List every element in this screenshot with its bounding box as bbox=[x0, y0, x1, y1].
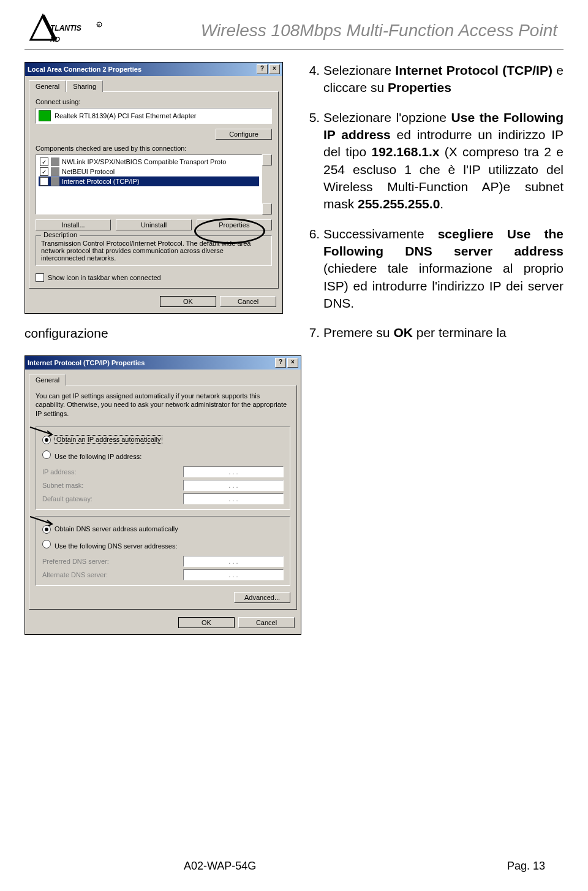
radio-obtain-ip[interactable]: Obtain an IP address automatically bbox=[42, 436, 284, 444]
list-item[interactable]: ✓NWLink IPX/SPX/NetBIOS Compatible Trans… bbox=[39, 157, 259, 167]
radio-use-dns[interactable]: Use the following DNS server addresses: bbox=[42, 540, 284, 550]
dialog-title: Internet Protocol (TCP/IP) Properties bbox=[28, 359, 145, 366]
description-legend: Description bbox=[41, 231, 80, 238]
page-footer: A02-WAP-54G Pag. 13 bbox=[0, 860, 588, 873]
tab-general[interactable]: General bbox=[29, 80, 66, 92]
brand-logo: TLANTIS R ND bbox=[24, 12, 104, 49]
svg-text:R: R bbox=[97, 23, 100, 27]
tcpip-properties-dialog: Internet Protocol (TCP/IP) Properties ? … bbox=[24, 355, 301, 635]
help-icon[interactable]: ? bbox=[275, 358, 286, 368]
configure-button[interactable]: Configure bbox=[216, 129, 272, 140]
radio-use-ip[interactable]: Use the following IP address: bbox=[42, 450, 284, 460]
document-title: Wireless 108Mbps Multi-Function Access P… bbox=[110, 21, 564, 40]
cancel-button[interactable]: Cancel bbox=[220, 296, 276, 307]
scrollbar[interactable] bbox=[262, 154, 272, 214]
protocol-icon bbox=[51, 157, 59, 166]
dialog-titlebar[interactable]: Local Area Connection 2 Properties ? × bbox=[25, 63, 282, 76]
show-icon-checkbox[interactable]: Show icon in taskbar when connected bbox=[36, 273, 272, 282]
svg-text:TLANTIS: TLANTIS bbox=[50, 24, 81, 32]
checkbox-icon[interactable] bbox=[36, 273, 44, 282]
components-label: Components checked are used by this conn… bbox=[36, 145, 272, 152]
scroll-up-icon[interactable] bbox=[262, 154, 272, 165]
install-button[interactable]: Install... bbox=[36, 219, 111, 230]
description-group: Description Transmission Control Protoco… bbox=[36, 235, 272, 266]
instruction-list: Selezionare Internet Protocol (TCP/IP) e… bbox=[306, 62, 564, 647]
components-listbox[interactable]: ✓NWLink IPX/SPX/NetBIOS Compatible Trans… bbox=[36, 154, 262, 214]
advanced-button[interactable]: Advanced... bbox=[234, 592, 290, 603]
footer-code: A02-WAP-54G bbox=[184, 860, 256, 873]
ip-address-field[interactable]: . . . bbox=[183, 466, 284, 477]
scroll-down-icon[interactable] bbox=[262, 203, 272, 214]
gateway-field[interactable]: . . . bbox=[183, 493, 284, 504]
instruction-item: Selezionare l'opzione Use the Following … bbox=[323, 109, 564, 213]
dialog-title: Local Area Connection 2 Properties bbox=[28, 66, 141, 73]
config-continuation: configurazione bbox=[24, 326, 288, 341]
ok-button[interactable]: OK bbox=[178, 617, 235, 628]
adapter-name: Realtek RTL8139(A) PCI Fast Ethernet Ada… bbox=[55, 112, 197, 119]
subnet-label: Subnet mask: bbox=[42, 482, 83, 489]
close-icon[interactable]: × bbox=[269, 64, 280, 74]
dialog-description: You can get IP settings assigned automat… bbox=[36, 392, 290, 418]
ip-address-label: IP address: bbox=[42, 468, 76, 476]
ok-button[interactable]: OK bbox=[160, 296, 216, 307]
preferred-dns-field[interactable]: . . . bbox=[183, 556, 284, 567]
protocol-icon bbox=[51, 177, 59, 186]
description-text: Transmission Control Protocol/Internet P… bbox=[41, 240, 266, 262]
close-icon[interactable]: × bbox=[287, 358, 298, 368]
connect-using-label: Connect using: bbox=[36, 98, 272, 105]
alternate-dns-label: Alternate DNS server: bbox=[42, 571, 108, 578]
gateway-label: Default gateway: bbox=[42, 495, 92, 502]
dialog-titlebar[interactable]: Internet Protocol (TCP/IP) Properties ? … bbox=[25, 356, 301, 370]
properties-button[interactable]: Properties bbox=[197, 219, 272, 230]
tab-general[interactable]: General bbox=[29, 374, 66, 385]
help-icon[interactable]: ? bbox=[257, 64, 268, 74]
instruction-item: Premere su OK per terminare la bbox=[323, 324, 564, 341]
list-item[interactable]: ✓NetBEUI Protocol bbox=[39, 167, 259, 176]
instruction-item: Successivamente scegliere Use the Follow… bbox=[323, 226, 564, 313]
header-divider bbox=[24, 49, 564, 50]
preferred-dns-label: Preferred DNS server: bbox=[42, 558, 109, 565]
svg-text:ND: ND bbox=[50, 36, 60, 43]
footer-page: Pag. 13 bbox=[507, 860, 545, 873]
checkbox-icon[interactable]: ✓ bbox=[40, 167, 48, 176]
connection-properties-dialog: Local Area Connection 2 Properties ? × G… bbox=[24, 62, 283, 314]
checkbox-icon[interactable]: ✓ bbox=[40, 157, 48, 166]
uninstall-button[interactable]: Uninstall bbox=[116, 219, 191, 230]
cancel-button[interactable]: Cancel bbox=[238, 617, 295, 628]
subnet-field[interactable]: . . . bbox=[183, 480, 284, 491]
adapter-field: Realtek RTL8139(A) PCI Fast Ethernet Ada… bbox=[36, 108, 272, 124]
protocol-icon bbox=[51, 167, 59, 176]
alternate-dns-field[interactable]: . . . bbox=[183, 569, 284, 580]
instruction-item: Selezionare Internet Protocol (TCP/IP) e… bbox=[323, 62, 564, 97]
page-header: TLANTIS R ND Wireless 108Mbps Multi-Func… bbox=[24, 12, 564, 49]
list-item-selected[interactable]: ✓Internet Protocol (TCP/IP) bbox=[39, 176, 259, 186]
network-adapter-icon bbox=[39, 110, 51, 121]
checkbox-icon[interactable]: ✓ bbox=[40, 177, 48, 186]
tab-sharing[interactable]: Sharing bbox=[66, 80, 103, 92]
radio-obtain-dns[interactable]: Obtain DNS server address automatically bbox=[42, 525, 284, 534]
